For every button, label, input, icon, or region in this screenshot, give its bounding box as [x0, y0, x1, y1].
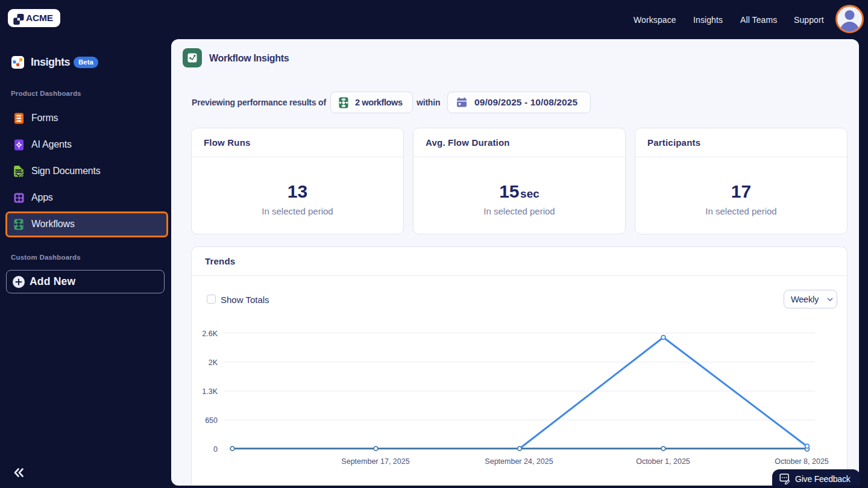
svg-text:0: 0	[213, 445, 218, 454]
svg-text:2.6K: 2.6K	[202, 330, 218, 338]
svg-text:October 8, 2025: October 8, 2025	[775, 457, 829, 466]
svg-text:September 24, 2025: September 24, 2025	[485, 457, 553, 466]
svg-text:1.3K: 1.3K	[202, 387, 218, 396]
svg-text:September 17, 2025: September 17, 2025	[341, 457, 409, 466]
svg-text:October 1, 2025: October 1, 2025	[636, 457, 690, 466]
svg-text:650: 650	[205, 416, 218, 425]
svg-text:2K: 2K	[209, 358, 218, 367]
